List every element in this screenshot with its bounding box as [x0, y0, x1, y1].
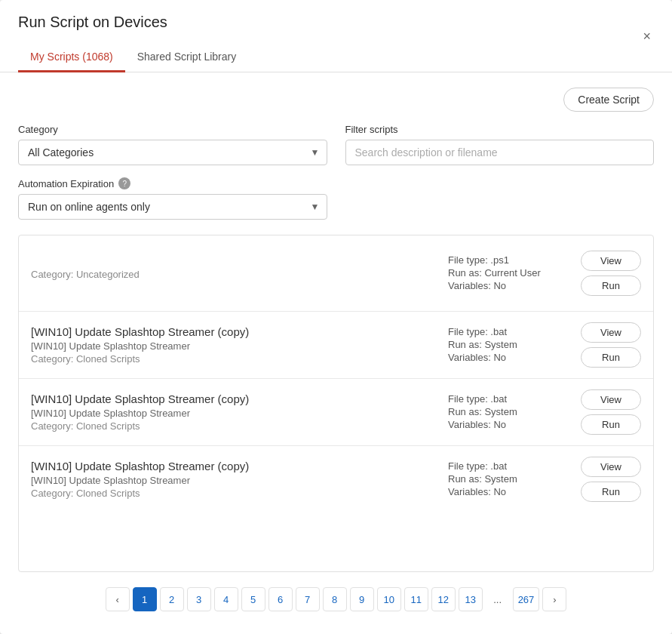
modal-title: Run Script on Devices	[18, 14, 248, 43]
run-button[interactable]: Run	[581, 482, 641, 502]
filter-scripts-input[interactable]	[345, 140, 655, 165]
script-item: Category: Uncategorized File type: .ps1 …	[19, 235, 653, 312]
category-label: Category	[18, 124, 327, 135]
modal: Run Script on Devices My Scripts (1068) …	[0, 0, 672, 634]
script-subtitle: [WIN10] Update Splashtop Streamer	[31, 340, 448, 352]
category-select[interactable]: All Categories	[18, 140, 327, 165]
page-button-6[interactable]: 6	[268, 587, 293, 611]
script-meta: File type: .ps1 Run as: Current User Var…	[448, 254, 569, 293]
automation-label: Automation Expiration ?	[18, 177, 327, 189]
filter-scripts-group: Filter scripts	[345, 124, 655, 165]
script-category: Category: Cloned Scripts	[31, 420, 448, 432]
page-button-9[interactable]: 9	[350, 587, 374, 611]
script-actions: View Run	[581, 251, 641, 296]
file-type: File type: .bat	[448, 460, 569, 472]
toolbar-row: Create Script	[18, 88, 654, 112]
automation-row: Automation Expiration ? Run on online ag…	[18, 177, 654, 220]
script-category: Category: Cloned Scripts	[31, 488, 448, 499]
run-as: Run as: System	[448, 473, 569, 485]
pagination: ‹ 1 2 3 4 5 6 7 8 9 10 11 12 13 ... 267 …	[18, 572, 654, 619]
page-button-2[interactable]: 2	[160, 587, 184, 611]
script-name: [WIN10] Update Splashtop Streamer (copy)	[31, 392, 448, 405]
modal-body: Create Script Category All Categories ▼ …	[0, 72, 672, 634]
script-item: [WIN10] Update Splashtop Streamer (copy)…	[19, 446, 653, 512]
script-info: [WIN10] Update Splashtop Streamer (copy)…	[31, 460, 448, 499]
script-info: Category: Uncategorized	[31, 266, 448, 280]
script-subtitle: [WIN10] Update Splashtop Streamer	[31, 475, 448, 486]
filter-scripts-label: Filter scripts	[345, 124, 655, 135]
scripts-list: Category: Uncategorized File type: .ps1 …	[18, 235, 654, 572]
file-type: File type: .ps1	[448, 254, 569, 266]
run-button[interactable]: Run	[581, 347, 641, 368]
script-name: [WIN10] Update Splashtop Streamer (copy)	[31, 325, 448, 338]
page-button-12[interactable]: 12	[431, 587, 456, 611]
view-button[interactable]: View	[581, 389, 641, 410]
script-name: [WIN10] Update Splashtop Streamer (copy)	[31, 460, 448, 472]
automation-group: Automation Expiration ? Run on online ag…	[18, 177, 327, 220]
automation-select-wrapper: Run on online agents only ▼	[18, 194, 327, 220]
script-info: [WIN10] Update Splashtop Streamer (copy)…	[31, 325, 448, 365]
run-as: Run as: Current User	[448, 267, 569, 279]
category-filter-group: Category All Categories ▼	[18, 124, 327, 165]
view-button[interactable]: View	[581, 322, 641, 343]
script-actions: View Run	[581, 389, 641, 435]
file-type: File type: .bat	[448, 326, 569, 337]
variables: Variables: No	[448, 352, 569, 363]
script-item: [WIN10] Update Splashtop Streamer (copy)…	[19, 312, 653, 379]
run-button[interactable]: Run	[581, 275, 641, 296]
variables: Variables: No	[448, 280, 569, 291]
prev-page-button[interactable]: ‹	[106, 587, 130, 611]
script-info: [WIN10] Update Splashtop Streamer (copy)…	[31, 392, 448, 432]
view-button[interactable]: View	[581, 457, 641, 477]
script-meta: File type: .bat Run as: System Variables…	[448, 326, 569, 365]
run-as: Run as: System	[448, 406, 569, 417]
view-button[interactable]: View	[581, 251, 641, 271]
script-category: Category: Uncategorized	[31, 269, 448, 280]
script-actions: View Run	[581, 457, 641, 502]
category-select-wrapper: All Categories ▼	[18, 140, 327, 165]
page-button-8[interactable]: 8	[323, 587, 347, 611]
modal-header: Run Script on Devices My Scripts (1068) …	[0, 0, 672, 72]
automation-select[interactable]: Run on online agents only	[18, 194, 327, 220]
run-as: Run as: System	[448, 339, 569, 350]
script-subtitle: [WIN10] Update Splashtop Streamer	[31, 408, 448, 419]
page-button-13[interactable]: 13	[459, 587, 483, 611]
page-button-5[interactable]: 5	[241, 587, 265, 611]
script-category: Category: Cloned Scripts	[31, 353, 448, 365]
create-script-button[interactable]: Create Script	[563, 88, 654, 112]
page-button-10[interactable]: 10	[377, 587, 401, 611]
page-button-11[interactable]: 11	[404, 587, 428, 611]
next-page-button[interactable]: ›	[542, 587, 566, 611]
close-button[interactable]: ×	[640, 26, 654, 48]
page-button-1[interactable]: 1	[133, 587, 157, 611]
variables: Variables: No	[448, 486, 569, 497]
script-actions: View Run	[581, 322, 641, 368]
variables: Variables: No	[448, 419, 569, 430]
file-type: File type: .bat	[448, 393, 569, 405]
script-item: [WIN10] Update Splashtop Streamer (copy)…	[19, 379, 653, 446]
tab-my-scripts[interactable]: My Scripts (1068)	[18, 43, 125, 72]
page-button-3[interactable]: 3	[187, 587, 211, 611]
help-icon[interactable]: ?	[118, 177, 130, 189]
page-button-7[interactable]: 7	[296, 587, 320, 611]
run-button[interactable]: Run	[581, 414, 641, 435]
tabs: My Scripts (1068) Shared Script Library	[18, 43, 248, 72]
spacer-group	[345, 177, 655, 220]
script-meta: File type: .bat Run as: System Variables…	[448, 460, 569, 499]
filters-row: Category All Categories ▼ Filter scripts	[18, 124, 654, 165]
page-button-267[interactable]: 267	[513, 587, 540, 611]
page-dots: ...	[486, 587, 510, 611]
script-meta: File type: .bat Run as: System Variables…	[448, 393, 569, 432]
page-button-4[interactable]: 4	[214, 587, 238, 611]
tab-shared-library[interactable]: Shared Script Library	[125, 43, 249, 72]
